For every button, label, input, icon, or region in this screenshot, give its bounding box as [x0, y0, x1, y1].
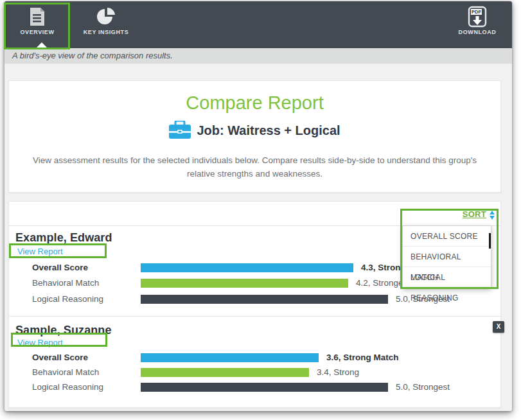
sort-option-behavioral-match[interactable]: BEHAVIORAL MATCH — [403, 247, 491, 267]
score-bar — [141, 383, 388, 392]
tab-description-bar: A bird's-eye view of the comparison resu… — [4, 48, 512, 64]
close-icon[interactable]: X — [493, 321, 504, 333]
score-bar — [141, 368, 309, 377]
report-description: View assessment results for the selected… — [30, 154, 480, 181]
report-header-panel: Compare Report Job: Waitress + Logical V… — [8, 80, 501, 193]
pdf-download-icon: PDF — [446, 6, 508, 27]
svg-text:PDF: PDF — [472, 9, 481, 15]
score-bar — [141, 295, 388, 304]
report-window: OVERVIEW KEY INSIGHTS PDF — [4, 1, 512, 411]
sort-row: SORT — [9, 202, 500, 226]
row-label: Behavioral Match — [32, 279, 135, 288]
sort-option-logical-reasoning[interactable]: LOGICAL REASONING — [403, 267, 491, 288]
briefcase-icon — [169, 121, 191, 140]
sort-dropdown-menu: OVERALL SCORE BEHAVIORAL MATCH LOGICAL R… — [402, 225, 491, 288]
tab-overview[interactable]: OVERVIEW — [4, 1, 70, 48]
download-label: DOWNLOAD — [446, 29, 508, 35]
download-button[interactable]: PDF DOWNLOAD — [446, 1, 508, 48]
page-title: Compare Report — [9, 92, 500, 114]
tab-overview-label: OVERVIEW — [4, 29, 70, 35]
menu-scrollbar[interactable] — [489, 233, 491, 249]
row-label: Behavioral Match — [32, 368, 135, 377]
score-bar — [141, 353, 319, 362]
score-row: Logical Reasoning 5.0, Strongest — [9, 383, 500, 392]
active-tab-caret — [36, 42, 48, 48]
document-icon — [4, 6, 70, 27]
person-name: Sample, Suzanne — [15, 324, 112, 337]
section-divider — [9, 316, 500, 317]
pie-chart-icon — [71, 6, 141, 27]
view-report-link[interactable]: View Report — [17, 338, 63, 347]
score-bar — [141, 279, 348, 288]
score-bar — [141, 263, 353, 272]
view-report-link[interactable]: View Report — [17, 247, 63, 256]
score-row: Behavioral Match 3.4, Strong — [9, 368, 500, 377]
score-value: 3.4, Strong — [317, 368, 359, 377]
tab-key-insights[interactable]: KEY INSIGHTS — [71, 1, 141, 48]
job-row: Job: Waitress + Logical — [9, 121, 500, 140]
sort-option-overall-score[interactable]: OVERALL SCORE — [403, 226, 491, 247]
top-toolbar: OVERVIEW KEY INSIGHTS PDF — [4, 1, 512, 48]
sort-arrows-icon[interactable] — [490, 210, 495, 220]
row-label: Logical Reasoning — [32, 295, 135, 304]
job-label: Job: Waitress + Logical — [197, 123, 340, 138]
tab-key-insights-label: KEY INSIGHTS — [71, 29, 141, 35]
row-label: Overall Score — [32, 263, 135, 272]
score-row: Overall Score 3.6, Strong Match — [9, 353, 500, 362]
score-value: 5.0, Strongest — [396, 383, 450, 392]
score-value: 3.6, Strong Match — [326, 353, 399, 362]
screenshot-stage: OVERVIEW KEY INSIGHTS PDF — [0, 0, 521, 420]
sort-link[interactable]: SORT — [463, 209, 486, 219]
person-name: Example, Edward — [15, 231, 112, 245]
row-label: Logical Reasoning — [32, 383, 135, 392]
row-label: Overall Score — [32, 353, 135, 362]
